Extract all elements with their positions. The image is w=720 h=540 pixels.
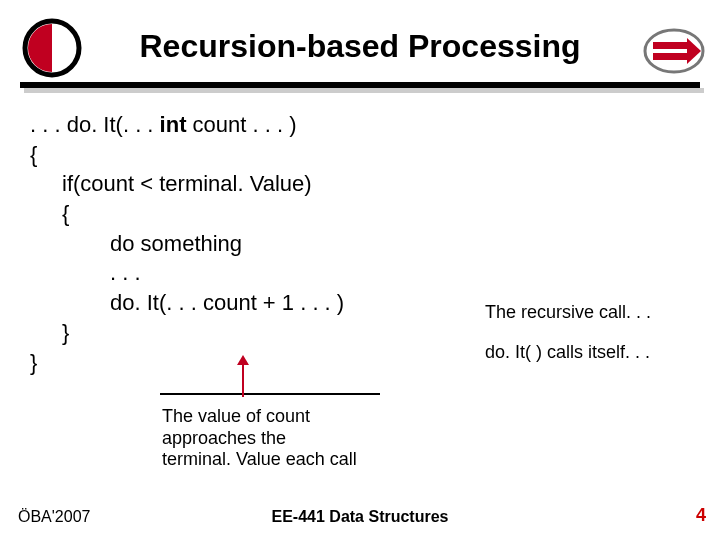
arrow-up-icon bbox=[235, 355, 251, 397]
annotation-line: The value of count bbox=[162, 406, 392, 428]
annotation-value-count: The value of count approaches the termin… bbox=[162, 406, 392, 471]
slide-body: . . . do. It(. . . int count . . . ) { i… bbox=[30, 110, 690, 377]
code-line-2: { bbox=[30, 140, 690, 170]
footer-course: EE-441 Data Structures bbox=[0, 508, 720, 526]
slide-header: Recursion-based Processing bbox=[0, 0, 720, 90]
slide-footer: ÖBA'2007 EE-441 Data Structures 4 bbox=[0, 502, 720, 526]
code-keyword-int: int bbox=[160, 112, 187, 137]
annotation-line: terminal. Value each call bbox=[162, 449, 392, 471]
svg-rect-3 bbox=[653, 53, 687, 60]
code-text: count . . . ) bbox=[186, 112, 296, 137]
header-divider-shadow bbox=[24, 88, 704, 93]
svg-rect-2 bbox=[653, 42, 687, 49]
slide-title: Recursion-based Processing bbox=[60, 28, 660, 65]
code-line-4: { bbox=[30, 199, 690, 229]
svg-marker-6 bbox=[237, 355, 249, 365]
annotation-recursive-call: The recursive call. . . bbox=[485, 302, 705, 324]
code-line-1: . . . do. It(. . . int count . . . ) bbox=[30, 110, 690, 140]
code-text: . . . do. It(. . . bbox=[30, 112, 160, 137]
code-line-6: . . . bbox=[30, 258, 690, 288]
code-line-3: if(count < terminal. Value) bbox=[30, 169, 690, 199]
university-logo-icon bbox=[22, 18, 82, 78]
course-logo-icon bbox=[643, 28, 705, 74]
code-line-5: do something bbox=[30, 229, 690, 259]
underline bbox=[160, 393, 380, 395]
annotation-line: approaches the bbox=[162, 428, 392, 450]
annotation-calls-itself: do. It( ) calls itself. . . bbox=[485, 342, 705, 364]
footer-page-number: 4 bbox=[696, 505, 706, 526]
